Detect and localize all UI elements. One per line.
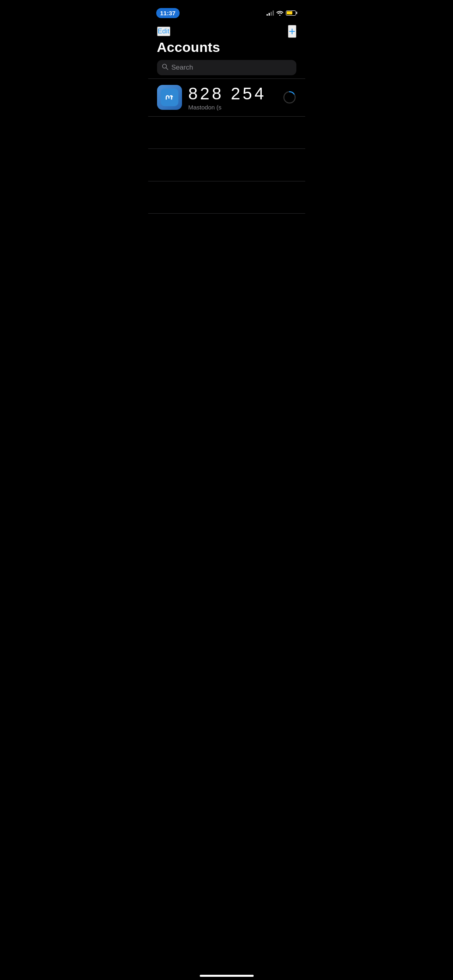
- edit-button[interactable]: Edit: [157, 27, 170, 36]
- empty-section-1: [148, 116, 305, 148]
- empty-section-4: [148, 214, 305, 246]
- status-icons: ⚡: [267, 10, 297, 16]
- empty-section-2: [148, 149, 305, 181]
- signal-icon: [267, 10, 274, 16]
- add-button[interactable]: +: [288, 25, 296, 38]
- status-bar: 11:37 ⚡: [148, 0, 305, 20]
- nav-bar: Edit +: [148, 22, 305, 39]
- page-title: Accounts: [148, 39, 305, 60]
- mastodon-app-icon: [157, 85, 182, 110]
- empty-section-3: [148, 181, 305, 213]
- battery-icon: ⚡: [286, 10, 297, 16]
- search-placeholder: Search: [172, 64, 193, 72]
- account-code: 828 254: [188, 84, 276, 103]
- progress-circle: [283, 91, 296, 104]
- account-name: Mastodon (s: [188, 104, 276, 111]
- account-info: 828 254 Mastodon (s: [188, 84, 276, 111]
- search-bar[interactable]: Search: [157, 60, 296, 75]
- svg-line-1: [166, 68, 168, 70]
- search-icon: [162, 64, 168, 72]
- status-time: 11:37: [156, 8, 180, 18]
- wifi-icon: [276, 10, 283, 16]
- account-row[interactable]: 828 254 Mastodon (s: [148, 79, 305, 116]
